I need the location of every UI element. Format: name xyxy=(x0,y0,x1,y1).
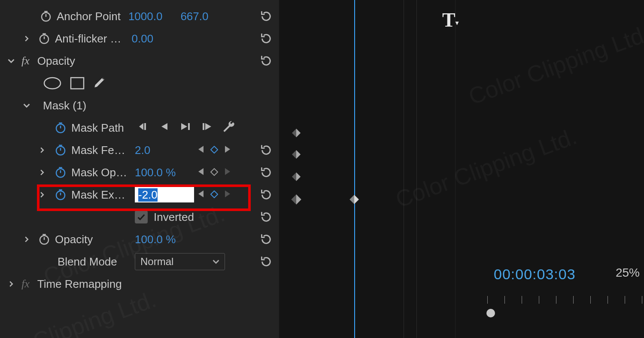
anti-flicker-label: Anti-flicker … xyxy=(55,32,122,45)
property-row-blend-mode: Blend Mode Normal xyxy=(0,250,279,273)
mask-group-header: Mask (1) xyxy=(0,94,279,117)
add-keyframe-icon[interactable] xyxy=(210,189,218,201)
stopwatch-icon[interactable] xyxy=(53,121,68,135)
property-row-mask-expansion: Mask Ex… xyxy=(0,184,279,206)
blend-mode-label: Blend Mode xyxy=(58,255,117,269)
opacity-label: Opacity xyxy=(55,233,93,246)
track-forward-icon[interactable] xyxy=(179,121,191,134)
svg-marker-49 xyxy=(296,194,301,204)
chevron-down-icon[interactable] xyxy=(21,100,32,111)
svg-marker-25 xyxy=(211,146,218,153)
stopwatch-icon[interactable] xyxy=(37,232,52,247)
effect-group-opacity: fx Opacity xyxy=(0,50,279,72)
mask-path-tools xyxy=(137,117,236,139)
mask-opacity-value[interactable]: 100.0 % xyxy=(135,166,176,179)
anti-flicker-value[interactable]: 0.00 xyxy=(132,32,154,45)
opacity-value[interactable]: 100.0 % xyxy=(135,233,176,246)
next-keyframe-icon[interactable] xyxy=(224,189,231,201)
fx-icon[interactable]: fx xyxy=(21,54,30,67)
playhead-line[interactable] xyxy=(354,0,355,338)
mask-feather-label: Mask Fe… xyxy=(71,144,125,157)
stopwatch-icon[interactable] xyxy=(53,165,68,180)
effect-group-time-remapping: fx Time Remapping xyxy=(0,273,279,295)
keyframe-marker[interactable] xyxy=(291,128,301,138)
blend-mode-value: Normal xyxy=(140,256,173,268)
timeline-preview-area: T▾ 00:00:03:03 25% Color Clipping Ltd. C… xyxy=(279,0,644,338)
panel-divider xyxy=(404,0,404,338)
stopwatch-icon[interactable] xyxy=(39,9,53,24)
reset-icon[interactable] xyxy=(258,209,274,225)
pen-mask-icon[interactable] xyxy=(93,75,107,92)
svg-marker-20 xyxy=(205,123,211,130)
stopwatch-icon[interactable] xyxy=(53,143,68,157)
program-timeline-ruler[interactable] xyxy=(487,296,644,313)
next-keyframe-icon[interactable] xyxy=(224,144,231,156)
inverted-checkbox[interactable] xyxy=(135,211,148,223)
track-forward-one-icon[interactable] xyxy=(202,121,211,134)
mask-expansion-input[interactable] xyxy=(135,187,194,202)
track-backward-icon[interactable] xyxy=(160,121,169,134)
program-timecode[interactable]: 00:00:03:03 xyxy=(494,266,576,283)
svg-marker-14 xyxy=(139,123,143,130)
svg-rect-10 xyxy=(71,78,84,89)
ellipse-mask-icon[interactable] xyxy=(43,76,62,90)
next-keyframe-icon[interactable] xyxy=(224,166,231,178)
track-backward-one-icon[interactable] xyxy=(137,121,149,134)
reset-icon[interactable] xyxy=(258,142,274,158)
chevron-down-icon xyxy=(213,256,219,268)
type-tool-icon[interactable]: T▾ xyxy=(442,9,459,31)
svg-marker-36 xyxy=(198,190,204,197)
keyframe-nav xyxy=(197,184,231,206)
anchor-y-value[interactable]: 667.0 xyxy=(180,10,208,23)
chevron-right-icon[interactable] xyxy=(21,234,32,244)
add-keyframe-icon[interactable] xyxy=(210,166,218,178)
anchor-x-value[interactable]: 1000.0 xyxy=(128,10,163,23)
keyframe-nav xyxy=(197,161,231,184)
svg-rect-15 xyxy=(144,123,146,130)
svg-marker-47 xyxy=(296,172,301,181)
reset-icon[interactable] xyxy=(258,0,274,2)
svg-rect-19 xyxy=(203,123,204,130)
mask-feather-value[interactable]: 2.0 xyxy=(135,144,150,157)
time-remapping-label: Time Remapping xyxy=(37,278,122,291)
opacity-group-label: Opacity xyxy=(37,54,75,68)
chevron-right-icon[interactable] xyxy=(37,167,47,178)
chevron-right-icon[interactable] xyxy=(6,279,16,289)
prev-keyframe-icon[interactable] xyxy=(197,144,204,156)
keyframe-marker[interactable] xyxy=(291,172,301,182)
mask-opacity-label: Mask Op… xyxy=(71,166,127,179)
property-row-opacity: Opacity 100.0 % xyxy=(0,228,279,250)
stopwatch-icon[interactable] xyxy=(53,187,68,202)
reset-icon[interactable] xyxy=(258,254,274,269)
reset-icon[interactable] xyxy=(258,187,274,202)
property-row-mask-path: Mask Path xyxy=(0,117,279,139)
mask-shape-tools-row xyxy=(0,72,279,94)
reset-icon[interactable] xyxy=(258,232,274,247)
blend-mode-select[interactable]: Normal xyxy=(135,253,225,270)
stopwatch-icon[interactable] xyxy=(39,0,53,1)
chevron-right-icon[interactable] xyxy=(21,33,32,44)
keyframe-marker[interactable] xyxy=(291,149,301,160)
playhead-knob[interactable] xyxy=(486,309,495,317)
chevron-right-icon[interactable] xyxy=(37,190,47,200)
rotation-value[interactable]: 0.0 xyxy=(115,0,130,1)
prev-keyframe-icon[interactable] xyxy=(197,166,204,178)
wrench-icon[interactable] xyxy=(222,119,236,136)
reset-icon[interactable] xyxy=(258,31,274,46)
reset-icon[interactable] xyxy=(258,9,274,24)
chevron-down-icon[interactable] xyxy=(6,56,16,66)
fx-icon[interactable]: fx xyxy=(21,278,30,290)
svg-marker-30 xyxy=(198,168,204,175)
prev-keyframe-icon[interactable] xyxy=(197,189,204,201)
chevron-right-icon[interactable] xyxy=(37,145,47,155)
svg-marker-32 xyxy=(225,168,230,175)
keyframe-marker-active[interactable] xyxy=(349,194,360,205)
reset-icon[interactable] xyxy=(258,165,274,180)
stopwatch-icon[interactable] xyxy=(37,31,52,46)
rectangle-mask-icon[interactable] xyxy=(70,76,85,90)
svg-marker-51 xyxy=(354,195,359,204)
add-keyframe-icon[interactable] xyxy=(210,144,218,156)
program-zoom-value[interactable]: 25% xyxy=(616,266,640,280)
keyframe-marker[interactable] xyxy=(290,193,302,205)
reset-icon[interactable] xyxy=(258,53,274,69)
